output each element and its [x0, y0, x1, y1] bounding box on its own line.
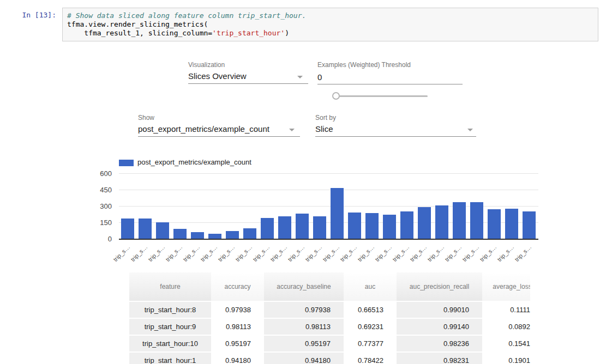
x-tick-label: trip_s…	[112, 244, 131, 263]
legend-swatch	[119, 160, 134, 166]
bar[interactable]	[243, 228, 256, 239]
x-tick-label: trip_s…	[356, 244, 375, 263]
bar[interactable]	[365, 213, 379, 239]
bar[interactable]	[348, 213, 361, 239]
metric-cell: 0.1541	[482, 336, 530, 353]
metric-cell: 0.66513	[344, 302, 397, 319]
x-tick-label: trip_s…	[182, 244, 201, 263]
x-tick-label: trip_s…	[391, 244, 410, 263]
metric-cell: 0.98113	[211, 319, 264, 336]
column-header-auc_precision_recall[interactable]: auc_precision_recall	[397, 272, 482, 302]
slices-bar-chart: post_export_metrics/example_count 600450…	[95, 158, 548, 267]
y-tick-label: 450	[95, 186, 112, 194]
x-tick-label: trip_s…	[129, 244, 148, 263]
y-tick-label: 600	[95, 169, 112, 178]
table-row: trip_start_hour:80.979380.979380.665130.…	[129, 302, 530, 319]
table-body: trip_start_hour:80.979380.979380.665130.…	[129, 302, 530, 364]
show-metric-value: post_export_metrics/example_count	[138, 124, 269, 134]
gridline	[119, 190, 538, 190]
bar[interactable]	[208, 234, 221, 239]
x-tick-label: trip_s…	[234, 244, 253, 263]
y-tick-label: 0	[95, 235, 112, 243]
bar[interactable]	[156, 222, 169, 239]
column-header-accuracy[interactable]: accuracy	[211, 272, 264, 302]
bar[interactable]	[400, 211, 413, 239]
y-axis-labels: 6004503001500	[95, 158, 112, 245]
code-line-3: tfma_result_1, slicing_column='trip_star…	[67, 29, 593, 38]
bar[interactable]	[226, 231, 239, 239]
x-tick-label: trip_s…	[269, 244, 288, 263]
bar[interactable]	[139, 219, 152, 239]
metric-cell: 0.99140	[397, 319, 482, 336]
visualization-select[interactable]: Slices Overview	[188, 71, 308, 84]
bar[interactable]	[435, 205, 448, 239]
code-line-3-close: )	[285, 29, 289, 37]
slider-handle[interactable]	[332, 92, 340, 100]
bar[interactable]	[418, 207, 431, 239]
metric-cell: 0.97938	[211, 302, 264, 319]
bar[interactable]	[488, 209, 501, 239]
x-tick-label: trip_s…	[339, 244, 358, 263]
table-row: trip_start_hour:90.981130.981130.692310.…	[129, 319, 530, 336]
column-header-average_loss[interactable]: average_loss	[482, 272, 530, 302]
x-tick-label: trip_s…	[217, 244, 236, 263]
x-tick-label: trip_s…	[251, 244, 271, 263]
x-tick-label: trip_s…	[321, 244, 340, 263]
metric-cell: 0.1901	[482, 353, 530, 364]
y-tick-label: 300	[95, 202, 112, 210]
metric-cell: 0.69231	[344, 319, 397, 336]
metric-cell: 0.77377	[344, 336, 397, 353]
x-tick-label: trip_s…	[409, 244, 428, 263]
plot-area	[119, 173, 538, 240]
bar[interactable]	[383, 215, 396, 239]
table-header-row: featureaccuracyaccuracy_baselineaucauc_p…	[129, 272, 530, 302]
threshold-slider[interactable]	[332, 92, 428, 101]
bar[interactable]	[313, 216, 326, 239]
table-row: trip_start_hour:100.951970.951970.773770…	[129, 336, 530, 353]
x-tick-label: trip_s…	[304, 244, 323, 263]
bar[interactable]	[453, 202, 466, 239]
x-tick-label: trip_s…	[443, 244, 463, 263]
bar[interactable]	[191, 232, 204, 239]
metric-cell: 0.1111	[482, 302, 530, 319]
y-tick-label: 150	[95, 219, 112, 227]
column-header-accuracy_baseline[interactable]: accuracy_baseline	[264, 272, 344, 302]
bar[interactable]	[470, 202, 483, 239]
metrics-table: featureaccuracyaccuracy_baselineaucauc_p…	[129, 272, 530, 364]
code-comment-line: # Show data sliced along feature column …	[67, 11, 593, 20]
column-header-feature[interactable]: feature	[129, 272, 211, 302]
bar[interactable]	[505, 209, 518, 239]
sort-by-select[interactable]: Slice	[315, 124, 476, 137]
bar[interactable]	[523, 211, 536, 239]
code-editor[interactable]: # Show data sliced along feature column …	[62, 8, 598, 41]
sort-by-label: Sort by	[315, 114, 336, 122]
bar[interactable]	[261, 218, 274, 239]
feature-cell: trip_start_hour:10	[129, 336, 211, 353]
metric-cell: 0.99010	[397, 302, 482, 319]
cell-prompt: In [13]:	[0, 11, 56, 19]
bar[interactable]	[173, 229, 187, 239]
metric-cell: 0.98236	[397, 336, 482, 353]
feature-cell: trip_start_hour:8	[129, 302, 211, 319]
visualization-value: Slices Overview	[188, 71, 247, 81]
code-line-3-pre: tfma_result_1, slicing_column=	[67, 29, 212, 37]
x-tick-label: trip_s…	[164, 244, 183, 263]
x-tick-label: trip_s…	[147, 244, 166, 263]
bar[interactable]	[331, 188, 344, 239]
metrics-table-container: featureaccuracyaccuracy_baselineaucauc_p…	[129, 272, 530, 364]
bar[interactable]	[121, 219, 134, 239]
table-row: trip_start_hour:10.941800.941800.784220.…	[129, 353, 530, 364]
column-header-auc[interactable]: auc	[344, 272, 397, 302]
bar[interactable]	[296, 214, 309, 239]
metric-cell: 0.98113	[264, 319, 344, 336]
bar[interactable]	[278, 216, 291, 239]
show-metric-select[interactable]: post_export_metrics/example_count	[138, 124, 300, 137]
feature-cell: trip_start_hour:9	[129, 319, 211, 336]
metric-cell: 0.97938	[264, 302, 344, 319]
metric-cell: 0.78422	[344, 353, 397, 364]
x-tick-label: trip_s…	[461, 244, 480, 263]
chevron-down-icon	[289, 129, 295, 131]
threshold-input[interactable]	[317, 71, 463, 84]
metric-cell: 0.94180	[264, 353, 344, 364]
slider-track[interactable]	[339, 95, 428, 97]
